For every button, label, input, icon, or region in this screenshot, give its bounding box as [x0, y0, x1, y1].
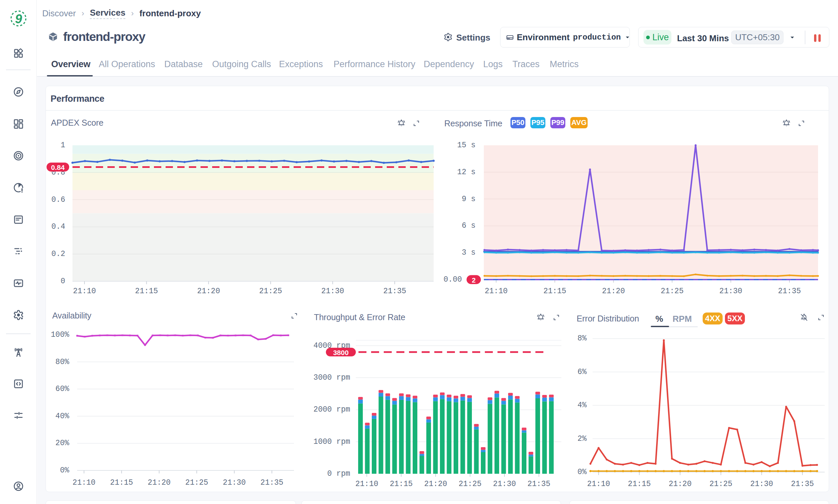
svg-text:0.84: 0.84 — [51, 164, 65, 171]
svg-text:0%: 0% — [577, 468, 587, 476]
svg-text:21:30: 21:30 — [493, 480, 516, 488]
svg-text:2%: 2% — [577, 434, 587, 443]
svg-text:21:10: 21:10 — [355, 480, 378, 488]
svg-text:80%: 80% — [55, 358, 70, 366]
svg-text:6 s: 6 s — [462, 221, 476, 230]
svg-text:21:20: 21:20 — [424, 480, 447, 488]
svg-text:12 s: 12 s — [457, 168, 476, 177]
svg-text:21:30: 21:30 — [321, 287, 344, 295]
svg-text:1: 1 — [60, 141, 65, 150]
svg-text:21:25: 21:25 — [709, 480, 732, 488]
svg-text:21:15: 21:15 — [628, 480, 651, 488]
svg-text:21:10: 21:10 — [72, 479, 95, 487]
svg-text:2: 2 — [472, 276, 476, 284]
svg-text:21:25: 21:25 — [661, 287, 684, 295]
svg-text:1000 rpm: 1000 rpm — [314, 437, 350, 446]
svg-text:60%: 60% — [55, 385, 70, 393]
svg-text:6%: 6% — [577, 368, 587, 376]
svg-text:15 s: 15 s — [457, 141, 476, 150]
svg-text:21:20: 21:20 — [197, 287, 220, 295]
svg-text:21:35: 21:35 — [261, 479, 283, 487]
svg-text:0.2: 0.2 — [52, 250, 65, 258]
svg-text:100%: 100% — [51, 330, 69, 339]
svg-text:21:15: 21:15 — [110, 479, 133, 487]
svg-text:21:25: 21:25 — [185, 479, 208, 487]
svg-text:21:35: 21:35 — [383, 287, 406, 295]
svg-text:21:30: 21:30 — [750, 480, 773, 488]
svg-text:21:35: 21:35 — [791, 480, 814, 488]
svg-text:0 rpm: 0 rpm — [327, 469, 350, 478]
svg-text:3000 rpm: 3000 rpm — [314, 373, 350, 382]
svg-text:21:10: 21:10 — [587, 480, 610, 488]
svg-text:0: 0 — [60, 277, 65, 286]
svg-text:9 s: 9 s — [462, 195, 476, 203]
svg-text:40%: 40% — [55, 412, 70, 420]
svg-text:21:35: 21:35 — [778, 287, 801, 295]
svg-text:0.00: 0.00 — [444, 275, 462, 284]
svg-text:21:30: 21:30 — [719, 287, 742, 295]
svg-text:0.4: 0.4 — [52, 222, 65, 231]
svg-text:21:25: 21:25 — [259, 287, 282, 295]
svg-text:21:15: 21:15 — [390, 480, 413, 488]
svg-text:20%: 20% — [55, 439, 70, 448]
svg-text:21:20: 21:20 — [602, 287, 625, 295]
svg-text:21:10: 21:10 — [73, 287, 96, 295]
svg-text:21:20: 21:20 — [669, 480, 692, 488]
svg-text:21:10: 21:10 — [484, 287, 507, 295]
svg-text:8%: 8% — [577, 334, 587, 343]
svg-text:4%: 4% — [577, 401, 587, 410]
svg-text:21:15: 21:15 — [543, 287, 566, 295]
svg-text:21:30: 21:30 — [223, 479, 246, 487]
svg-text:21:20: 21:20 — [148, 479, 171, 487]
svg-text:9: 9 — [15, 12, 22, 26]
svg-text:21:35: 21:35 — [528, 480, 550, 488]
svg-text:2000 rpm: 2000 rpm — [314, 405, 350, 414]
svg-text:21:15: 21:15 — [135, 287, 158, 295]
svg-text:0.6: 0.6 — [52, 196, 65, 204]
svg-text:3800: 3800 — [333, 349, 349, 356]
svg-text:3 s: 3 s — [462, 248, 476, 257]
svg-text:21:25: 21:25 — [459, 480, 482, 488]
svg-text:0%: 0% — [60, 466, 69, 475]
